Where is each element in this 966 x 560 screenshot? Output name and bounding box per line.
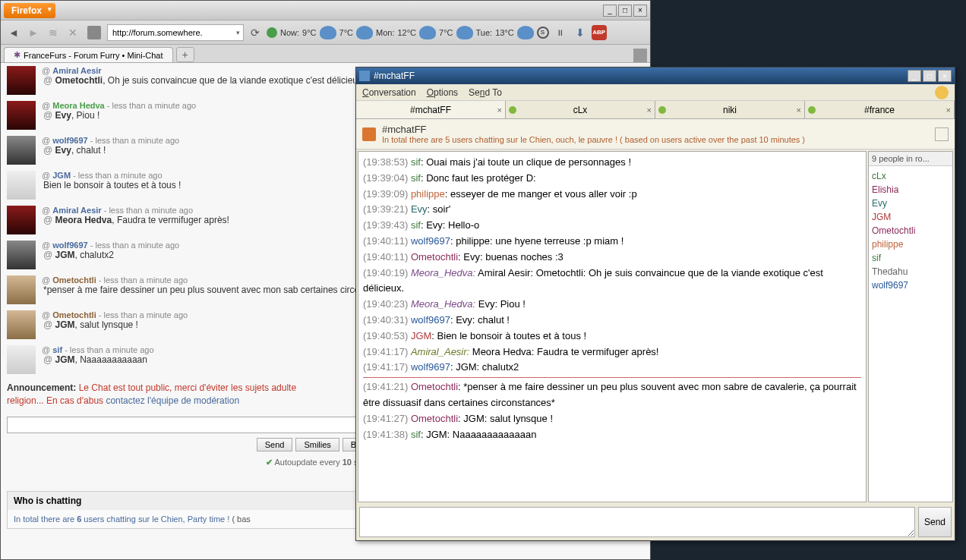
log-nick[interactable]: Ometochtli: [411, 251, 458, 263]
message-author[interactable]: wolf9697: [52, 136, 87, 145]
tab-close-icon[interactable]: ×: [946, 105, 951, 115]
user-list-item[interactable]: Evy: [872, 197, 949, 210]
sync-icon[interactable]: S: [537, 27, 549, 39]
avatar: [7, 345, 36, 374]
irc-log-line: (19:41:27) Ometochtli: JGM: salut lynsqu…: [363, 411, 861, 427]
log-nick[interactable]: Amiral_Aesir:: [411, 346, 469, 357]
log-timestamp: (19:40:53): [363, 330, 408, 341]
stop-icon[interactable]: ✕: [65, 24, 81, 41]
mention[interactable]: JGM: [55, 250, 75, 260]
user-list-item[interactable]: Elishia: [872, 183, 949, 197]
forward-button[interactable]: ►: [25, 24, 42, 41]
channel-topic: In total there are 5 users chatting sur …: [382, 135, 805, 144]
menu-sendto[interactable]: Send To: [469, 87, 502, 98]
new-tab-button[interactable]: +: [176, 47, 194, 62]
log-nick[interactable]: Ometochtli: [411, 413, 458, 424]
tab-close-icon[interactable]: ×: [797, 105, 801, 115]
download-icon[interactable]: ⬇: [572, 24, 589, 41]
log-nick[interactable]: Ometochtli: [411, 381, 458, 392]
rss-icon[interactable]: ≋: [45, 24, 62, 41]
message-time: - less than a minute ago: [73, 171, 162, 180]
firefox-titlebar: Firefox _ □ ×: [1, 1, 650, 20]
irc-window: #mchatFF _ □ × Conversation Options Send…: [355, 67, 955, 541]
mention[interactable]: Ometochtli: [55, 75, 103, 86]
irc-tab[interactable]: #mchatFF ×: [356, 101, 506, 118]
close-button[interactable]: ×: [938, 70, 952, 82]
message-author[interactable]: sif: [52, 345, 62, 354]
log-nick[interactable]: Meora_Hedva:: [411, 298, 475, 310]
back-button[interactable]: ◄: [5, 24, 22, 41]
bookmark-icon[interactable]: [87, 26, 101, 39]
mention[interactable]: JGM: [55, 354, 75, 365]
mention[interactable]: Evy: [55, 145, 71, 156]
popout-icon[interactable]: [935, 127, 949, 141]
user-list-item[interactable]: philippe: [872, 238, 949, 251]
message-author[interactable]: Amiral Aesir: [52, 206, 101, 215]
irc-log-line: (19:40:53) JGM: Bien le bonsoir à toutes…: [363, 329, 861, 344]
menu-conversation[interactable]: Conversation: [362, 87, 416, 98]
close-button[interactable]: ×: [633, 5, 647, 17]
user-list-item[interactable]: sif: [872, 251, 949, 265]
browser-tab[interactable]: ✱ FranceFurs - Forum Furry • Mini-Chat: [4, 47, 173, 62]
mention[interactable]: Evy: [55, 110, 71, 121]
smilies-button[interactable]: Smilies: [295, 438, 339, 451]
weather-t1: 7°C: [339, 28, 353, 37]
menu-options[interactable]: Options: [427, 87, 458, 98]
irc-tab[interactable]: niki ×: [655, 101, 805, 118]
irc-message-input[interactable]: [359, 507, 915, 537]
message-author[interactable]: JGM: [52, 171, 71, 180]
moderation-link[interactable]: contactez l'équipe de modération: [106, 395, 239, 406]
log-nick[interactable]: wolf9697: [411, 235, 450, 247]
irc-send-button[interactable]: Send: [918, 507, 952, 537]
log-timestamp: (19:38:53): [363, 156, 408, 168]
log-nick[interactable]: wolf9697: [411, 361, 450, 373]
tab-close-icon[interactable]: ×: [647, 105, 652, 115]
message-author[interactable]: Meora Hedva: [52, 101, 104, 110]
reload-button[interactable]: ⟳: [247, 24, 264, 41]
user-list-item[interactable]: JGM: [872, 210, 949, 224]
log-message: Evy: chalut !: [456, 314, 510, 326]
user-list-panel: 9 people in ro... cLxElishiaEvyJGMOmetoc…: [868, 151, 953, 502]
app-icon: [359, 71, 370, 81]
minimize-button[interactable]: _: [908, 70, 921, 82]
maximize-button[interactable]: □: [923, 70, 936, 82]
message-author[interactable]: Amiral Aesir: [52, 66, 101, 75]
message-author[interactable]: wolf9697: [52, 241, 87, 250]
irc-tab[interactable]: cLx ×: [506, 101, 655, 118]
tab-groups-icon[interactable]: [633, 49, 647, 62]
tab-close-icon[interactable]: ×: [497, 105, 502, 115]
firefox-menu-button[interactable]: Firefox: [4, 3, 55, 18]
log-nick[interactable]: philippe: [411, 188, 445, 200]
smiley-icon[interactable]: [935, 86, 949, 99]
log-message: Donc faut les protéger D:: [426, 172, 536, 184]
message-author[interactable]: Ometochtli: [52, 275, 96, 285]
log-nick[interactable]: Meora_Hedva:: [411, 267, 475, 278]
maximize-button[interactable]: □: [618, 5, 632, 17]
user-list: cLxElishiaEvyJGMOmetochtliphilippesifThe…: [869, 166, 952, 502]
message-author[interactable]: Ometochtli: [52, 310, 96, 319]
user-list-item[interactable]: Ometochtli: [872, 224, 949, 238]
log-nick[interactable]: wolf9697: [411, 314, 450, 326]
pause-icon[interactable]: ⏸: [552, 24, 569, 41]
irc-tab[interactable]: #france ×: [805, 101, 955, 118]
log-nick[interactable]: Evy: [411, 203, 428, 215]
log-nick[interactable]: sif: [411, 219, 421, 231]
irc-log-line: (19:40:11) wolf9697: philippe: une hyene…: [363, 234, 861, 250]
send-button[interactable]: Send: [257, 438, 293, 451]
window-controls: _ □ ×: [603, 5, 650, 17]
url-bar[interactable]: http://forum.somewhere.: [107, 24, 244, 41]
log-nick[interactable]: JGM: [411, 330, 431, 341]
mention[interactable]: Meora Hedva: [55, 215, 112, 225]
log-nick[interactable]: sif: [411, 172, 421, 184]
user-list-item[interactable]: cLx: [872, 169, 949, 183]
adblock-icon[interactable]: ABP: [592, 25, 607, 40]
log-nick[interactable]: sif: [411, 429, 421, 440]
weather-now-temp: 9°C: [302, 28, 316, 37]
minimize-button[interactable]: _: [603, 5, 617, 17]
mention[interactable]: JGM: [55, 319, 75, 330]
user-list-item[interactable]: wolf9697: [872, 278, 949, 292]
log-nick[interactable]: sif: [411, 156, 421, 168]
irc-log-line: (19:41:17) Amiral_Aesir: Meora Hedva: Fa…: [363, 344, 861, 360]
user-list-item[interactable]: Thedahu: [872, 265, 949, 278]
irc-log[interactable]: (19:38:53) sif: Ouai mais j'ai toute un …: [358, 151, 867, 502]
